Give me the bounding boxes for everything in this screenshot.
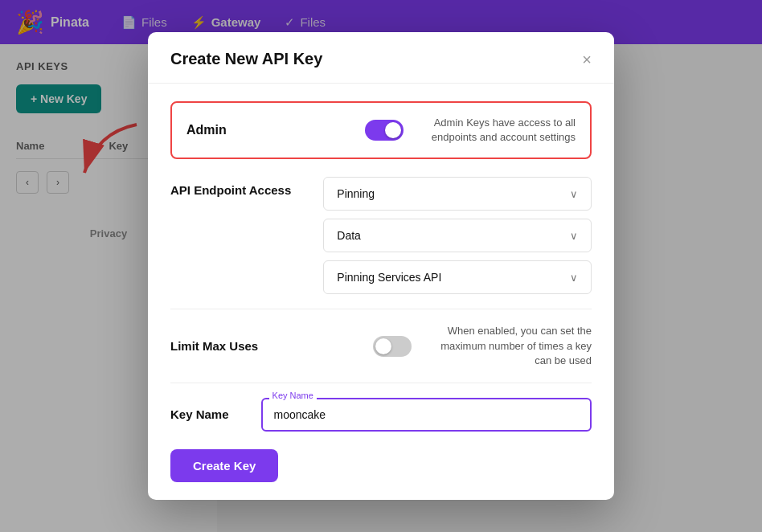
modal-header: Create New API Key × [148,32,614,84]
limit-label: Limit Max Uses [170,339,258,353]
admin-toggle[interactable] [365,120,404,141]
limit-toggle-track [373,336,412,357]
keyname-label: Key Name [170,407,229,421]
admin-toggle-track [365,120,404,141]
admin-row: Admin Admin Keys have access to all endp… [170,101,592,159]
limit-toggle[interactable] [373,336,412,357]
modal-overlay: Create New API Key × Admin Admin Keys ha… [0,0,762,532]
keyname-legend: Key Name [269,391,317,400]
dropdowns: Pinning ∨ Data ∨ Pinning Services API ∨ [323,177,592,294]
admin-right: Admin Keys have access to all endpoints … [365,116,576,145]
limit-row: Limit Max Uses When enabled, you can set… [170,309,592,383]
pinning-label: Pinning [337,187,375,200]
admin-label: Admin [186,123,227,137]
pinning-services-chevron-icon: ∨ [570,272,578,284]
pinning-services-dropdown[interactable]: Pinning Services API ∨ [323,260,592,294]
endpoint-label: API Endpoint Access [170,177,291,197]
pinning-dropdown[interactable]: Pinning ∨ [323,177,592,211]
limit-right: When enabled, you can set the maximum nu… [373,324,592,368]
endpoint-section: API Endpoint Access Pinning ∨ Data ∨ Pin… [170,177,592,294]
data-chevron-icon: ∨ [570,230,578,242]
pinning-services-label: Pinning Services API [337,271,441,284]
admin-toggle-thumb [385,122,401,138]
create-key-button[interactable]: Create Key [170,449,278,482]
modal-close-button[interactable]: × [582,51,592,68]
keyname-input-wrap: Key Name [261,398,592,432]
limit-toggle-thumb [375,338,391,354]
keyname-row: Key Name Key Name [170,398,592,432]
admin-description: Admin Keys have access to all endpoints … [415,116,576,145]
data-label: Data [337,229,361,242]
modal-title: Create New API Key [170,50,322,68]
limit-description: When enabled, you can set the maximum nu… [423,324,592,368]
data-dropdown[interactable]: Data ∨ [323,219,592,252]
modal-body: Admin Admin Keys have access to all endp… [148,84,614,500]
keyname-input[interactable] [261,398,592,432]
modal: Create New API Key × Admin Admin Keys ha… [148,32,614,500]
pinning-chevron-icon: ∨ [570,188,578,200]
